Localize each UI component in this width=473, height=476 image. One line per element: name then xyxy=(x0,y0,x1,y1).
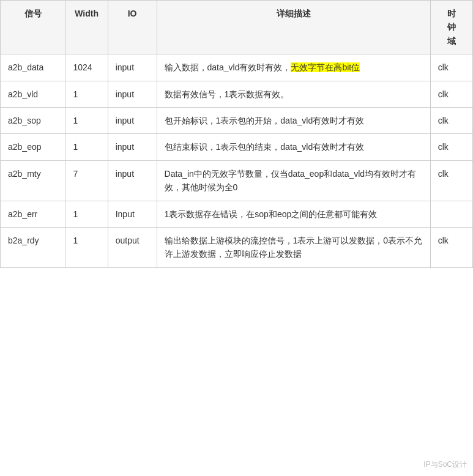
cell-io: input xyxy=(108,160,157,201)
cell-signal: a2b_vld xyxy=(1,81,65,107)
header-io: IO xyxy=(108,1,157,54)
cell-io: input xyxy=(108,107,157,133)
header-signal: 信号 xyxy=(1,1,65,54)
cell-signal: a2b_mty xyxy=(1,160,65,201)
cell-width: 1 xyxy=(65,81,108,107)
cell-io: input xyxy=(108,134,157,160)
cell-desc: 包结束标识，1表示包的结束，data_vld有效时才有效 xyxy=(157,134,430,160)
cell-io: output xyxy=(108,227,157,267)
table-row: a2b_sop1input包开始标识，1表示包的开始，data_vld有效时才有… xyxy=(1,107,473,133)
table-row: b2a_rdy1output输出给数据上游模块的流控信号，1表示上游可以发数据，… xyxy=(1,227,473,267)
cell-clock: clk xyxy=(430,160,472,201)
signal-table: 信号 Width IO 详细描述 时 钟 域 a2b_data1024input… xyxy=(0,0,473,268)
cell-desc: 输入数据，data_vld有效时有效，无效字节在高bit位 xyxy=(157,54,430,81)
table-row: a2b_data1024input输入数据，data_vld有效时有效，无效字节… xyxy=(1,54,473,81)
cell-clock xyxy=(430,201,472,227)
cell-width: 1 xyxy=(65,107,108,133)
table-row: a2b_vld1input数据有效信号，1表示数据有效。clk xyxy=(1,81,473,107)
cell-width: 1024 xyxy=(65,54,108,81)
table-row: a2b_err1Input1表示数据存在错误，在sop和eop之间的任意都可能有… xyxy=(1,201,473,227)
cell-desc: 1表示数据存在错误，在sop和eop之间的任意都可能有效 xyxy=(157,201,430,227)
cell-io: Input xyxy=(108,201,157,227)
table-container: 信号 Width IO 详细描述 时 钟 域 a2b_data1024input… xyxy=(0,0,473,268)
cell-clock: clk xyxy=(430,134,472,160)
cell-clock: clk xyxy=(430,107,472,133)
cell-io: input xyxy=(108,54,157,81)
cell-width: 1 xyxy=(65,134,108,160)
header-desc: 详细描述 xyxy=(157,1,430,54)
cell-clock: clk xyxy=(430,81,472,107)
cell-io: input xyxy=(108,81,157,107)
cell-width: 7 xyxy=(65,160,108,201)
cell-signal: a2b_err xyxy=(1,201,65,227)
table-row: a2b_mty7inputData_in中的无效字节数量，仅当data_eop和… xyxy=(1,160,473,201)
cell-desc: 输出给数据上游模块的流控信号，1表示上游可以发数据，0表示不允许上游发数据，立即… xyxy=(157,227,430,267)
cell-desc: 包开始标识，1表示包的开始，data_vld有效时才有效 xyxy=(157,107,430,133)
cell-signal: b2a_rdy xyxy=(1,227,65,267)
header-clock: 时 钟 域 xyxy=(430,1,472,54)
header-width: Width xyxy=(65,1,108,54)
cell-clock: clk xyxy=(430,227,472,267)
cell-signal: a2b_sop xyxy=(1,107,65,133)
table-row: a2b_eop1input包结束标识，1表示包的结束，data_vld有效时才有… xyxy=(1,134,473,160)
cell-signal: a2b_eop xyxy=(1,134,65,160)
cell-desc: 数据有效信号，1表示数据有效。 xyxy=(157,81,430,107)
cell-width: 1 xyxy=(65,227,108,267)
cell-width: 1 xyxy=(65,201,108,227)
cell-desc: Data_in中的无效字节数量，仅当data_eop和data_vld均有效时才… xyxy=(157,160,430,201)
cell-signal: a2b_data xyxy=(1,54,65,81)
cell-clock: clk xyxy=(430,54,472,81)
